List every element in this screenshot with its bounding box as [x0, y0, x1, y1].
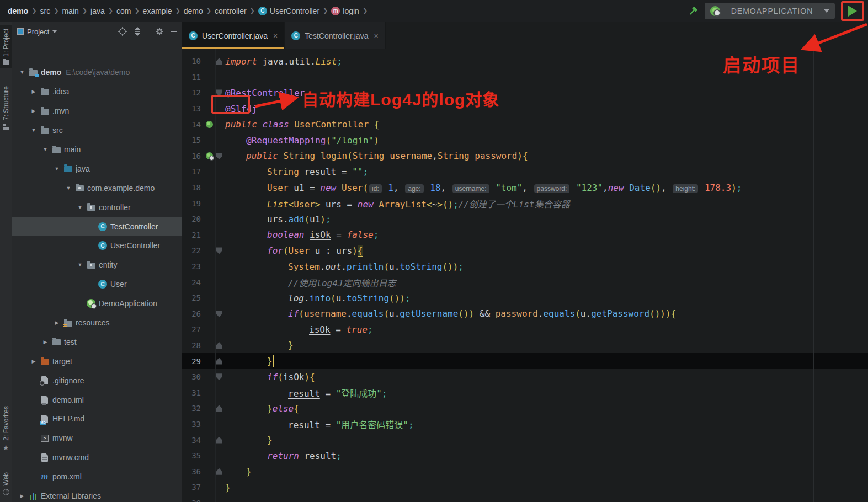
- expand-arrow[interactable]: ▼: [74, 262, 86, 268]
- expand-arrow[interactable]: ▼: [28, 127, 39, 133]
- breadcrumb-item[interactable]: main: [62, 7, 78, 15]
- fold-marker-icon[interactable]: [216, 311, 222, 317]
- tree-item-demo-iml[interactable]: demo.iml: [12, 390, 182, 409]
- stripe-item-web[interactable]: Web: [0, 469, 12, 499]
- fold-marker-icon[interactable]: [216, 247, 222, 254]
- expand-arrow[interactable]: ▶: [28, 359, 39, 364]
- tree-item-com-example-demo[interactable]: ▼com.example.demo: [12, 178, 182, 197]
- tree-item-resources[interactable]: ▶resources: [12, 313, 182, 333]
- code-line-34[interactable]: 34}: [182, 432, 868, 448]
- code-line-13[interactable]: 13@Slf4j: [182, 101, 868, 117]
- breadcrumb-item[interactable]: example: [143, 7, 172, 15]
- tree-item-help-md[interactable]: HELP.md: [12, 409, 182, 429]
- tree-item-testcontroller[interactable]: CTestController: [12, 217, 182, 236]
- build-hammer-icon[interactable]: [687, 5, 699, 17]
- gear-icon[interactable]: [155, 27, 164, 36]
- tree-item--mvn[interactable]: ▶.mvn: [12, 102, 182, 121]
- close-icon[interactable]: ×: [374, 31, 378, 40]
- code-line-27[interactable]: 27isOk = true;: [182, 322, 868, 338]
- code-line-18[interactable]: 18User u1 = new User(id: 1, age: 18, use…: [182, 180, 868, 196]
- expand-arrow[interactable]: ▼: [17, 70, 28, 75]
- fold-marker-icon[interactable]: [216, 342, 222, 349]
- code-line-11[interactable]: 11: [182, 70, 868, 86]
- tab-testcontroller[interactable]: C TestController.java ×: [285, 22, 385, 49]
- code-line-38[interactable]: 38: [182, 495, 868, 502]
- code-line-23[interactable]: 23System.out.println(u.toString());: [182, 259, 868, 275]
- expand-arrow[interactable]: ▼: [40, 147, 51, 152]
- tree-item-demoapplication[interactable]: DemoApplication: [12, 294, 182, 313]
- tree-item-mvnw[interactable]: >mvnw: [12, 429, 182, 448]
- tree-item-entity[interactable]: ▼entity: [12, 255, 182, 275]
- locate-file-icon[interactable]: [118, 27, 127, 36]
- tree-item-user[interactable]: CUser: [12, 275, 182, 294]
- code-line-35[interactable]: 35return result;: [182, 448, 868, 464]
- project-panel-title[interactable]: Project: [27, 28, 49, 36]
- code-line-33[interactable]: 33result = "用户名密码错误";: [182, 416, 868, 432]
- fold-marker-icon[interactable]: [216, 89, 222, 96]
- run-configuration-select[interactable]: DEMOAPPLICATION: [705, 3, 835, 19]
- breadcrumb-item[interactable]: mlogin: [331, 7, 359, 15]
- fold-marker-icon[interactable]: [216, 437, 222, 444]
- expand-arrow[interactable]: ▼: [74, 205, 86, 210]
- spring-bean-gutter-icon[interactable]: [206, 121, 213, 128]
- tree-item-src[interactable]: ▼src: [12, 121, 182, 140]
- tree-item-usercontroller[interactable]: CUserController: [12, 236, 182, 255]
- code-line-12[interactable]: 12@RestController: [182, 85, 868, 101]
- code-line-26[interactable]: 26if(username.equals(u.getUsername()) &&…: [182, 306, 868, 322]
- code-line-17[interactable]: 17String result = "";: [182, 164, 868, 180]
- tree-item-target[interactable]: ▶target: [12, 351, 182, 371]
- code-line-36[interactable]: 36}: [182, 463, 868, 479]
- code-line-24[interactable]: 24//使用log4J定向输出日志: [182, 274, 868, 290]
- breadcrumb-item[interactable]: controller: [215, 7, 247, 15]
- stripe-item-favorites[interactable]: 2: Favorites★: [0, 403, 12, 455]
- code-line-20[interactable]: 20urs.add(u1);: [182, 211, 868, 227]
- code-line-28[interactable]: 28}: [182, 338, 868, 354]
- code-line-31[interactable]: 31result = "登陆成功";: [182, 384, 868, 400]
- expand-arrow[interactable]: ▶: [51, 320, 62, 325]
- code-line-32[interactable]: 32}else{: [182, 400, 868, 416]
- fold-marker-icon[interactable]: [216, 373, 222, 380]
- collapse-all-icon[interactable]: [134, 27, 141, 36]
- breadcrumb-item[interactable]: src: [40, 7, 51, 15]
- tree-item--idea[interactable]: ▶.idea: [12, 82, 182, 102]
- fold-marker-icon[interactable]: [216, 153, 222, 159]
- tab-usercontroller[interactable]: C UserController.java ×: [182, 22, 285, 49]
- breadcrumb-item[interactable]: java: [90, 7, 105, 15]
- code-line-15[interactable]: 15@RequestMapping("/login"): [182, 132, 868, 148]
- expand-arrow[interactable]: ▼: [51, 166, 62, 172]
- stripe-item-project[interactable]: 1: Project: [0, 25, 12, 68]
- fold-marker-icon[interactable]: [216, 468, 222, 475]
- tree-item-test[interactable]: ▶test: [12, 332, 182, 351]
- code-line-19[interactable]: 19List<User> urs = new ArrayList<~>();//…: [182, 195, 868, 211]
- code-line-25[interactable]: 25log.info(u.toString());: [182, 290, 868, 306]
- tree-item-java[interactable]: ▼java: [12, 159, 182, 178]
- breadcrumb-item[interactable]: demo: [184, 7, 203, 15]
- fold-marker-icon[interactable]: [216, 405, 222, 412]
- code-line-30[interactable]: 30if(isOk){: [182, 369, 868, 385]
- hide-panel-icon[interactable]: [171, 31, 177, 32]
- close-icon[interactable]: ×: [273, 31, 278, 40]
- fold-marker-icon[interactable]: [216, 358, 222, 365]
- code-line-29[interactable]: 29}: [182, 353, 868, 369]
- expand-arrow[interactable]: ▶: [28, 89, 39, 94]
- code-editor[interactable]: 10import java.util.List;1112@RestControl…: [182, 49, 868, 502]
- code-line-10[interactable]: 10import java.util.List;: [182, 54, 868, 70]
- expand-arrow[interactable]: ▶: [40, 339, 51, 345]
- tree-item-mvnw-cmd[interactable]: mvnw.cmd: [12, 448, 182, 467]
- tree-item-controller[interactable]: ▼controller: [12, 197, 182, 217]
- chevron-down-icon[interactable]: [52, 30, 57, 33]
- expand-arrow[interactable]: ▶: [28, 108, 39, 114]
- breadcrumb-item[interactable]: demo: [8, 7, 28, 15]
- expand-arrow[interactable]: ▶: [17, 493, 28, 499]
- tree-item-pom-xml[interactable]: mpom.xml: [12, 467, 182, 487]
- tree-item-main[interactable]: ▼main: [12, 140, 182, 159]
- tree-item-external-libraries[interactable]: ▶External Libraries: [12, 487, 182, 502]
- breadcrumb-item[interactable]: com: [116, 7, 131, 15]
- code-line-37[interactable]: 37}: [182, 479, 868, 495]
- run-button[interactable]: [848, 6, 857, 17]
- code-line-16[interactable]: 16public String login(String username,St…: [182, 148, 868, 164]
- expand-arrow[interactable]: ▼: [63, 185, 74, 191]
- tree-item--gitignore[interactable]: .gitignore: [12, 371, 182, 390]
- code-line-21[interactable]: 21boolean isOk = false;: [182, 227, 868, 243]
- tree-item-demo[interactable]: ▼demoE:\code\java\demo: [12, 63, 182, 82]
